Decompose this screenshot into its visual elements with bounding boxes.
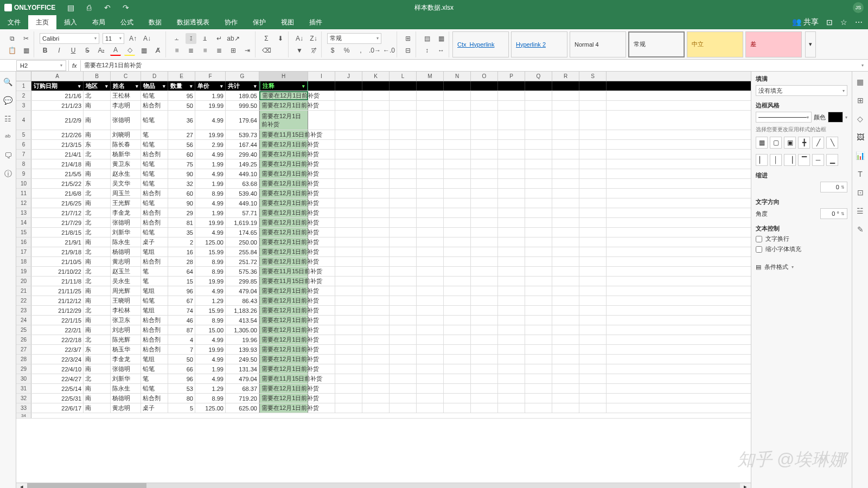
favorite-icon[interactable]: ☆: [840, 18, 847, 27]
cell[interactable]: 4.99: [195, 169, 226, 178]
cell[interactable]: 21/5/22: [31, 179, 84, 188]
cell[interactable]: 56: [168, 140, 195, 149]
cell[interactable]: 255.84: [226, 247, 259, 256]
cell[interactable]: 桌子: [141, 403, 168, 413]
shape-settings-icon[interactable]: ◇: [856, 114, 865, 124]
cell[interactable]: 539.40: [226, 189, 259, 198]
cell[interactable]: 笔: [141, 374, 168, 383]
row-header[interactable]: 2: [16, 91, 31, 100]
border-none-button[interactable]: ▢: [770, 137, 782, 149]
cell[interactable]: 21/1/6: [31, 91, 84, 100]
cell[interactable]: 21/7/29: [31, 218, 84, 227]
cell[interactable]: 87: [168, 325, 195, 335]
cell[interactable]: 21/3/15: [31, 140, 84, 149]
cell[interactable]: 需要在12月1日前补货: [259, 316, 308, 325]
cell[interactable]: 53: [168, 384, 195, 393]
cell[interactable]: 21/6/25: [31, 198, 84, 208]
slicer-settings-icon[interactable]: ☱: [856, 206, 865, 216]
cell[interactable]: 笔: [141, 267, 168, 276]
cell[interactable]: 需要在12月1日前补货: [259, 335, 308, 344]
cell[interactable]: 需要在11月15日前补货: [259, 277, 308, 286]
col-header-O[interactable]: O: [471, 72, 498, 81]
cell[interactable]: 4.99: [195, 335, 226, 344]
cell[interactable]: 21/8/15: [31, 228, 84, 237]
cell[interactable]: 北: [84, 91, 111, 100]
angle-spinner[interactable]: 0 ° ⇅: [820, 208, 847, 219]
cell[interactable]: 15.99: [195, 306, 226, 315]
cell[interactable]: 36: [168, 111, 195, 130]
style-Normal 4[interactable]: Normal 4: [570, 31, 626, 57]
cell[interactable]: 21/6/8: [31, 189, 84, 198]
cell[interactable]: 250.00: [226, 237, 259, 247]
border-inner-button[interactable]: ╋: [798, 137, 810, 149]
cell[interactable]: 21/11/25: [31, 286, 84, 296]
cell[interactable]: 南: [84, 169, 111, 178]
cell[interactable]: 笔组: [141, 247, 168, 256]
cell[interactable]: 66: [168, 364, 195, 374]
row-header[interactable]: 15: [16, 228, 31, 237]
cell[interactable]: 2: [168, 237, 195, 247]
cell[interactable]: 21/11/8: [31, 277, 84, 286]
col-width-button[interactable]: ↔: [436, 45, 446, 56]
row-header[interactable]: 4: [16, 111, 31, 130]
col-header-R[interactable]: R: [552, 72, 579, 81]
bold-button[interactable]: B: [40, 45, 50, 56]
cell[interactable]: 需要在12月1日前补货: [259, 208, 308, 217]
cell[interactable]: 1,183.26: [226, 306, 259, 315]
cell[interactable]: 铅笔: [141, 384, 168, 393]
cell[interactable]: 南: [84, 403, 111, 413]
cell[interactable]: 南: [84, 111, 111, 130]
align-justify-button[interactable]: ≣: [214, 45, 225, 56]
share-button[interactable]: 👥 共享: [792, 17, 819, 27]
chart-settings-icon[interactable]: 📊: [856, 151, 865, 160]
cell[interactable]: 299.40: [226, 150, 259, 159]
cell[interactable]: 需要在12月1日前补货: [259, 257, 308, 266]
border-horiz-button[interactable]: ─: [812, 154, 824, 166]
percent-button[interactable]: %: [341, 45, 352, 56]
cell[interactable]: 4.99: [195, 111, 226, 130]
cell[interactable]: 539.73: [226, 130, 259, 139]
cell[interactable]: 1.99: [195, 91, 226, 100]
cell[interactable]: 4.99: [195, 374, 226, 383]
wrap-text-checkbox[interactable]: 文字换行: [756, 235, 847, 243]
cell[interactable]: 21/7/12: [31, 208, 84, 217]
cell[interactable]: 575.36: [226, 267, 259, 276]
col-header-C[interactable]: C: [111, 72, 141, 81]
cell[interactable]: 粘合剂: [141, 150, 168, 159]
cell[interactable]: 4.99: [195, 286, 226, 296]
cell[interactable]: 北: [84, 277, 111, 286]
cell[interactable]: 需要在12月1日前补货: [259, 394, 308, 403]
cell[interactable]: 笔组: [141, 306, 168, 315]
cell[interactable]: 铅笔: [141, 159, 168, 169]
row-header[interactable]: 26: [16, 335, 31, 344]
border-outer-button[interactable]: ▣: [784, 137, 796, 149]
row-header[interactable]: 9: [16, 169, 31, 178]
cell[interactable]: 需要在12月1日前补货: [259, 237, 308, 247]
cell[interactable]: 刘新华: [111, 228, 141, 237]
cell[interactable]: 167.44: [226, 140, 259, 149]
cell[interactable]: 75: [168, 159, 195, 169]
cell[interactable]: 449.10: [226, 169, 259, 178]
more-icon[interactable]: ⋯: [855, 18, 863, 27]
border-color-picker[interactable]: [828, 112, 843, 123]
col-header-L[interactable]: L: [390, 72, 417, 81]
font-color-button[interactable]: A: [110, 45, 121, 56]
cell[interactable]: 粘合剂: [141, 394, 168, 403]
subscript-button[interactable]: A₂: [96, 45, 107, 56]
row-header[interactable]: 5: [16, 130, 31, 139]
table-format-button[interactable]: ▦: [436, 33, 446, 44]
menu-tab-7[interactable]: 协作: [217, 15, 245, 29]
cell[interactable]: 21/2/26: [31, 130, 84, 139]
cell[interactable]: 22/4/10: [31, 364, 84, 374]
cell[interactable]: 8.99: [195, 267, 226, 276]
insert-cells-button[interactable]: ⊞: [403, 33, 413, 44]
cell[interactable]: 杨玉华: [111, 345, 141, 354]
cell[interactable]: 21/9/1: [31, 237, 84, 247]
inc-dec-button[interactable]: .0→: [369, 45, 380, 56]
cell[interactable]: 96: [168, 286, 195, 296]
paste-button[interactable]: 📋: [7, 45, 17, 56]
cell[interactable]: 8.99: [195, 316, 226, 325]
cell[interactable]: 22/1/15: [31, 316, 84, 325]
cell[interactable]: 北: [84, 208, 111, 217]
cell[interactable]: 张德明: [111, 218, 141, 227]
